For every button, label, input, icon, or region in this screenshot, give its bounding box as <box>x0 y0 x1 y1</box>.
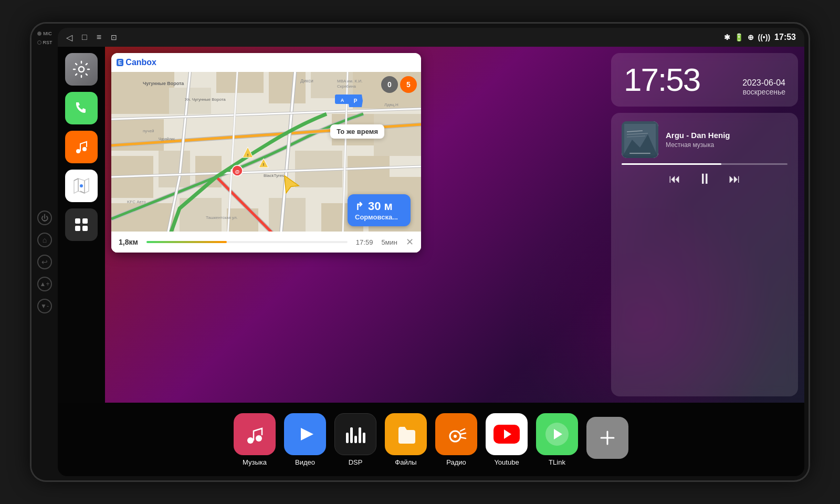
map-badges: 0 5 <box>381 76 417 93</box>
svg-text:Чугунные Ворота: Чугунные Ворота <box>143 81 184 86</box>
music-app-icon[interactable] <box>234 413 276 455</box>
app-files[interactable]: Файлы <box>385 413 427 466</box>
clock-widget: 17:53 2023-06-04 воскресенье <box>611 53 798 107</box>
home-button[interactable]: ⌂ <box>37 233 52 247</box>
map-body: ! ! @ <box>111 72 421 253</box>
wifi-icon: ((•)) <box>758 33 771 41</box>
svg-text:!: ! <box>263 163 264 166</box>
map-tooltip: То же время <box>330 124 384 139</box>
tlink-app-label: TLink <box>549 458 565 466</box>
svg-line-63 <box>460 433 466 434</box>
music-progress-bar[interactable] <box>622 163 788 165</box>
turn-icon: ↱ <box>355 200 364 213</box>
device: MIC RST ⏻ ⌂ ↩ ▲+ ▼- ◁ □ ≡ <box>32 24 808 480</box>
music-widget: Argu - Dan Henig Местная музыка ⏮ ⏸ ⏭ <box>611 113 798 396</box>
map-bottom-bar: 1,8км 17:59 5мин ✕ <box>111 232 421 253</box>
svg-rect-17 <box>159 151 190 187</box>
svg-point-58 <box>256 435 262 442</box>
sidebar <box>58 47 105 403</box>
app-add[interactable] <box>586 417 628 462</box>
speed-limit-5: 5 <box>400 76 417 93</box>
svg-text:Ул. Чугунные Ворота: Ул. Чугунные Ворота <box>185 97 226 102</box>
sidebar-all-apps[interactable] <box>65 208 98 241</box>
files-app-icon[interactable] <box>385 413 427 455</box>
app-tlink[interactable]: TLink <box>536 413 578 466</box>
clock-date: 2023-06-04 <box>742 78 785 88</box>
svg-text:!: ! <box>247 153 249 158</box>
back-button-physical[interactable]: ↩ <box>37 255 52 269</box>
pause-button[interactable]: ⏸ <box>697 170 712 187</box>
vol-down-button[interactable]: ▼- <box>37 299 52 313</box>
menu-button[interactable]: ≡ <box>97 33 101 42</box>
svg-line-62 <box>460 429 465 431</box>
nav-street: Сормовска... <box>355 213 403 221</box>
svg-text:пучей: пучей <box>143 129 154 133</box>
app-radio[interactable]: Радио <box>435 413 477 466</box>
svg-rect-9 <box>111 72 174 114</box>
route-progress-fill <box>146 241 227 243</box>
album-art-image <box>622 121 658 158</box>
radio-app-label: Радио <box>446 458 466 466</box>
svg-rect-5 <box>82 218 88 224</box>
svg-text:BlackTyres: BlackTyres <box>264 173 284 178</box>
music-source: Местная музыка <box>666 141 788 149</box>
music-app-label: Музыка <box>243 458 267 466</box>
svg-text:Ташкентская ул.: Ташкентская ул. <box>206 215 238 220</box>
time-remaining: 5мин <box>381 238 397 246</box>
music-progress-fill <box>622 163 721 165</box>
sidebar-phone[interactable] <box>65 92 98 124</box>
app-youtube[interactable]: Youtube <box>486 413 528 466</box>
screenshot-button[interactable]: ⊡ <box>111 33 117 41</box>
svg-text:Лдвц.Н: Лдвц.Н <box>384 102 398 107</box>
svg-text:KFC Авто: KFC Авто <box>127 200 146 204</box>
rst-indicator <box>37 40 41 45</box>
app-music[interactable]: Музыка <box>234 413 276 466</box>
music-controls: ⏮ ⏸ ⏭ <box>622 170 788 187</box>
next-button[interactable]: ⏭ <box>729 172 740 186</box>
youtube-app-icon[interactable] <box>486 413 528 455</box>
svg-text:@: @ <box>235 169 240 174</box>
radio-app-icon[interactable] <box>435 413 477 455</box>
mic-label: MIC <box>43 31 52 37</box>
tlink-app-icon[interactable] <box>536 413 578 455</box>
canbox-logo: E Canbox <box>117 58 156 67</box>
canbox-text: Canbox <box>125 58 156 67</box>
svg-point-3 <box>80 184 83 187</box>
dsp-bars-icon <box>346 425 365 443</box>
video-app-icon[interactable] <box>284 413 326 455</box>
left-controls: MIC RST ⏻ ⌂ ↩ ▲+ ▼- <box>32 24 58 480</box>
app-dsp[interactable]: DSP <box>334 413 376 466</box>
sidebar-music-player[interactable] <box>65 131 98 163</box>
svg-text:Скрябина: Скрябина <box>337 84 356 89</box>
svg-point-2 <box>82 147 87 151</box>
svg-line-64 <box>460 437 466 438</box>
clock-day: воскресенье <box>742 88 785 96</box>
dsp-app-icon[interactable] <box>334 413 376 455</box>
power-button[interactable]: ⏻ <box>37 211 52 225</box>
svg-point-57 <box>247 437 254 444</box>
main-screen: ◁ □ ≡ ⊡ ✱ 🔋 ⊕ ((•)) 17:53 <box>58 28 804 476</box>
logo-icon: E <box>117 59 123 66</box>
eta-time: 17:59 <box>356 238 373 246</box>
prev-button[interactable]: ⏮ <box>669 172 680 186</box>
battery-icon: 🔋 <box>734 33 743 41</box>
app-video[interactable]: Видео <box>284 413 326 466</box>
svg-point-0 <box>79 67 84 72</box>
map-widget[interactable]: E Canbox <box>111 53 421 253</box>
map-close-button[interactable]: ✕ <box>406 236 414 248</box>
svg-rect-4 <box>75 218 80 224</box>
svg-rect-12 <box>216 72 264 93</box>
sidebar-settings[interactable] <box>65 53 98 86</box>
dsp-app-label: DSP <box>349 458 363 466</box>
sidebar-maps[interactable] <box>65 170 98 202</box>
tlink-play-icon <box>554 429 562 439</box>
svg-point-61 <box>454 435 457 438</box>
distance-remaining: 1,8км <box>119 238 138 246</box>
youtube-play-triangle <box>504 429 511 439</box>
vol-up-button[interactable]: ▲+ <box>37 277 52 291</box>
add-app-icon[interactable] <box>586 417 628 459</box>
svg-text:A: A <box>341 98 344 103</box>
svg-text:Чурайлис: Чурайлис <box>159 137 175 141</box>
back-button[interactable]: ◁ <box>66 33 72 43</box>
home-nav-button[interactable]: □ <box>82 33 87 42</box>
